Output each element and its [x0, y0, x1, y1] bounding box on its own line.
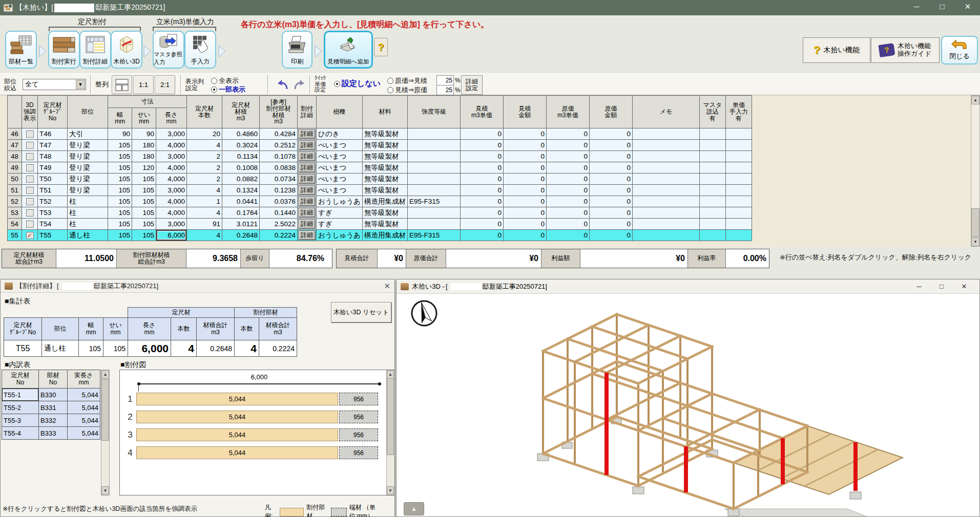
breakdown-scrollbar[interactable]: ▲ ▼ [101, 370, 110, 496]
col-header-memo[interactable]: メモ [632, 96, 699, 128]
cell-length[interactable]: 3,000 [156, 151, 187, 162]
table-row[interactable]: 52 T52 柱 105 105 4,000 1 0.0441 0.0376 詳… [8, 196, 752, 207]
parts-list-button[interactable]: 部材一覧 [5, 31, 37, 69]
scroll-up-icon[interactable]: ▲ [387, 370, 394, 379]
detail-setting-button[interactable]: 詳細 設定 [461, 75, 483, 95]
table-row[interactable]: 54 T54 柱 105 105 3,000 91 3.0121 2.5022 … [8, 219, 752, 230]
highlight-3d-checkbox[interactable]: ✓ [26, 232, 34, 239]
close-icon[interactable]: ✕ [384, 282, 390, 291]
highlight-3d-checkbox[interactable] [26, 153, 34, 160]
detail-button[interactable]: 詳細 [298, 152, 316, 161]
detail-button[interactable]: 詳細 [298, 185, 316, 195]
col-header-detail[interactable]: 割付 詳細 [298, 96, 317, 128]
row-number[interactable]: 48 [8, 151, 22, 162]
row-number[interactable]: 51 [8, 185, 22, 196]
kihiroi-function-button[interactable]: ? 木拾い機能 [803, 37, 870, 63]
display-all-radio[interactable]: 全表示 [211, 76, 239, 85]
ratio-1-1-button[interactable]: 1:1 [133, 75, 154, 94]
col-header-material[interactable]: 材料 [362, 96, 407, 128]
col-header-group[interactable]: 定尺材 ｸﾞﾙｰﾌﾟ No [38, 96, 68, 128]
maximize-icon[interactable]: □ [930, 281, 953, 293]
dropdown-arrow-icon[interactable]: ▼ [76, 80, 85, 89]
manual-input-button[interactable]: 手入力 [184, 31, 216, 69]
pct-cost-to-est-input[interactable] [436, 75, 454, 85]
kihiroi-3d-button[interactable]: 木拾い3D [111, 31, 142, 69]
align-layout-button[interactable] [112, 75, 132, 94]
breakdown-row[interactable]: T55-4 B333 5,044 [2, 427, 100, 440]
scroll-up-icon[interactable]: ▲ [971, 96, 979, 104]
row-number[interactable]: 49 [8, 162, 22, 174]
row-number[interactable]: 47 [8, 140, 22, 151]
cell-memo[interactable] [632, 174, 699, 185]
display-partial-radio[interactable]: 一部表示 [211, 85, 245, 94]
radio-icon[interactable] [334, 81, 340, 87]
reset-3d-button[interactable]: 木拾い3D リセット [331, 302, 391, 322]
allocated-bar[interactable]: 5,044 [136, 446, 338, 459]
cell-length[interactable]: 3,000 [156, 219, 187, 230]
cell-cost-unit-price[interactable]: 0 [546, 219, 589, 230]
highlight-3d-checkbox[interactable] [26, 142, 34, 149]
3d-structure[interactable] [397, 294, 979, 516]
col-header-width[interactable]: 幅 mm [108, 108, 132, 128]
col-header-length[interactable]: 長さ mm [156, 108, 187, 128]
row-number[interactable]: 55 [8, 230, 22, 241]
table-row[interactable]: 53 T53 柱 105 105 4,000 4 0.1764 0.1440 詳… [8, 207, 752, 219]
cell-est-unit-price[interactable]: 0 [460, 174, 503, 185]
col-header-vol[interactable]: 定尺材 材積 m3 [222, 96, 260, 128]
cell-est-unit-price[interactable]: 0 [460, 196, 503, 207]
viewer-3d-canvas[interactable]: ▲ [397, 294, 979, 516]
col-header-height[interactable]: せい mm [132, 108, 156, 128]
col-header-manual[interactable]: 単価 手入力 有 [725, 96, 752, 128]
cell-est-unit-price[interactable]: 0 [460, 207, 503, 219]
cell-memo[interactable] [632, 219, 699, 230]
layout-row[interactable]: 1 5,044 956 [124, 393, 378, 405]
add-to-estimate-button[interactable]: 見積明細へ追加 [324, 31, 373, 69]
col-header-grade[interactable]: 強度等級 [407, 96, 460, 128]
cell-est-unit-price[interactable]: 0 [460, 151, 503, 162]
col-header-3d[interactable]: 3D 強調 表示 [22, 96, 38, 128]
highlight-3d-checkbox[interactable] [26, 198, 34, 205]
close-icon[interactable]: ✕ [953, 281, 975, 293]
col-header-count[interactable]: 定尺材 本数 [187, 96, 222, 128]
ratio-2-1-button[interactable]: 2:1 [155, 75, 175, 94]
cell-cost-unit-price[interactable]: 0 [546, 230, 589, 241]
col-header-cost-unit[interactable]: 原価 m3単価 [546, 96, 589, 128]
print-button[interactable]: 印刷 [282, 31, 312, 69]
highlight-3d-checkbox[interactable] [26, 187, 34, 194]
row-number[interactable]: 52 [8, 196, 22, 207]
scroll-down-icon[interactable]: ▼ [101, 486, 109, 495]
scrollbar-thumb[interactable] [387, 378, 394, 455]
cell-memo[interactable] [632, 140, 699, 151]
cell-cost-unit-price[interactable]: 0 [546, 140, 589, 151]
table-row[interactable]: 47 T47 登り梁 105 180 4,000 4 0.3024 0.2512… [8, 140, 752, 151]
row-number[interactable]: 46 [8, 128, 22, 140]
allocated-bar[interactable]: 5,044 [136, 428, 338, 441]
cell-est-unit-price[interactable]: 0 [460, 185, 503, 196]
brk-cell-no[interactable]: T55-3 [2, 414, 39, 427]
breakdown-row[interactable]: T55-1 B330 5,044 [2, 389, 100, 401]
operation-guide-button[interactable]: ? 木拾い機能 操作ガイド [871, 37, 940, 63]
cell-cost-unit-price[interactable]: 0 [546, 128, 589, 140]
minimize-icon[interactable]: ─ [908, 281, 930, 293]
col-header-refvol[interactable]: [参考] 割付部材 材積 m3 [260, 96, 298, 128]
breakdown-row[interactable]: T55-3 B332 5,044 [2, 414, 100, 427]
cell-cost-unit-price[interactable]: 0 [546, 185, 589, 196]
layout-row[interactable]: 3 5,044 956 [124, 428, 378, 441]
cell-length[interactable]: 3,000 [156, 185, 187, 196]
table-row[interactable]: 51 T51 登り梁 105 105 3,000 4 0.1324 0.1238… [8, 185, 752, 196]
cell-cost-unit-price[interactable]: 0 [546, 174, 589, 185]
allocated-bar[interactable]: 5,044 [136, 393, 338, 405]
cell-est-unit-price[interactable]: 0 [460, 219, 503, 230]
detail-button[interactable]: 詳細 [298, 140, 316, 150]
close-icon[interactable]: ✕ [961, 2, 975, 11]
quick-none-radio[interactable]: 設定しない [334, 79, 381, 89]
redo-icon[interactable] [293, 79, 306, 91]
highlight-3d-checkbox[interactable] [26, 131, 34, 138]
cell-length[interactable]: 4,000 [156, 162, 187, 174]
cell-length[interactable]: 4,000 [156, 174, 187, 185]
table-vertical-scrollbar[interactable]: ▲ ▼ [971, 95, 980, 247]
cell-length[interactable]: 4,000 [156, 196, 187, 207]
cell-length[interactable]: 4,000 [156, 140, 187, 151]
col-header-part[interactable]: 部位 [68, 96, 108, 128]
minimize-icon[interactable]: ─ [909, 2, 924, 11]
